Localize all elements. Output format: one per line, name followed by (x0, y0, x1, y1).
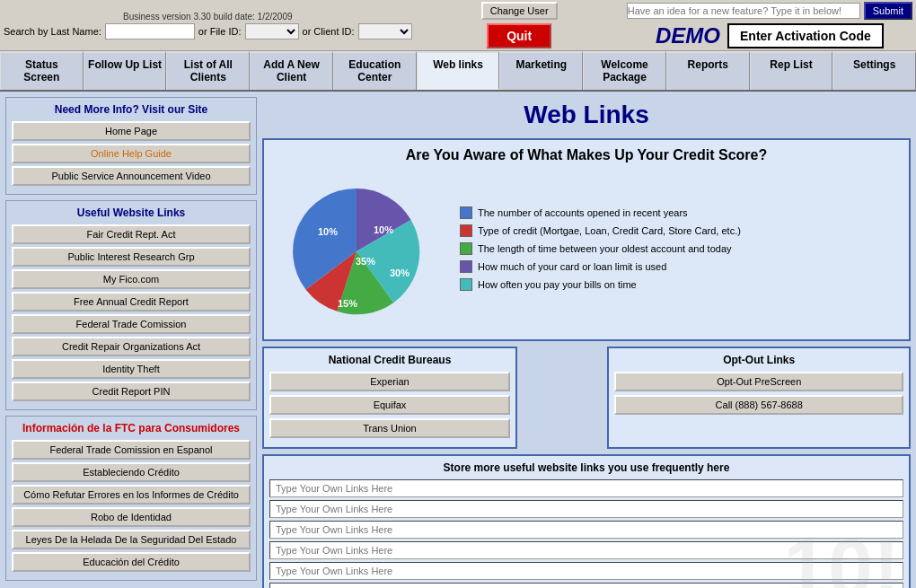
tab-settings[interactable]: Settings (832, 51, 916, 90)
legend-label-2: Type of credit (Mortgae, Loan, Credit Ca… (478, 225, 741, 236)
svg-text:10%: 10% (374, 224, 393, 235)
legend-label-1: The number of accounts opened in recent … (478, 207, 688, 218)
useful-links-title: Useful Website Links (12, 206, 251, 219)
tab-list-clients[interactable]: List of AllClients (166, 51, 250, 90)
file-id-select[interactable] (245, 23, 299, 39)
store-title: Store more useful website links you use … (269, 461, 903, 474)
tab-status-screen[interactable]: StatusScreen (0, 51, 84, 90)
client-id-select[interactable] (358, 23, 412, 39)
experian-button[interactable]: Experian (269, 372, 510, 391)
tab-education[interactable]: EducationCenter (333, 51, 417, 90)
fair-credit-button[interactable]: Fair Credit Rept. Act (12, 224, 251, 244)
public-interest-button[interactable]: Public Interest Research Grp (12, 247, 251, 267)
spanish-section: Información de la FTC para Consumidores … (5, 416, 257, 581)
optout-panel: Opt-Out Links Opt-Out PreScreen Call (88… (607, 347, 911, 449)
call-button[interactable]: Call (888) 567-8688 (614, 395, 903, 415)
legend-label-5: How often you pay your bills on time (478, 279, 637, 290)
tab-welcome[interactable]: WelcomePackage (583, 51, 666, 90)
tab-rep-list[interactable]: Rep List (750, 51, 833, 90)
help-guide-button[interactable]: Online Help Guide (12, 144, 251, 163)
header-left: Business version 3.30 build date: 1/2/20… (4, 12, 412, 39)
bureaus-panel: National Credit Bureaus Experian Equifax… (262, 347, 517, 449)
search-input[interactable] (105, 23, 195, 39)
legend-item-3: The length of time between your oldest a… (460, 242, 902, 255)
legend: The number of accounts opened in recent … (460, 206, 902, 296)
header-right: Submit DEMO Enter Activation Code (627, 2, 912, 48)
free-credit-button[interactable]: Free Annual Credit Report (12, 292, 251, 312)
leyes-button[interactable]: Leyes De la Helada De la Seguridad Del E… (12, 530, 251, 549)
store-link-5[interactable] (269, 562, 903, 580)
activation-button[interactable]: Enter Activation Code (727, 23, 884, 48)
store-link-6[interactable] (269, 583, 903, 588)
header: Business version 3.30 build date: 1/2/20… (0, 0, 916, 51)
educacion-button[interactable]: Educación del Crédito (12, 552, 251, 572)
identity-theft-button[interactable]: Identity Theft (12, 359, 251, 379)
svg-text:10%: 10% (318, 226, 338, 237)
psa-video-button[interactable]: Public Service Announcement Video (12, 166, 251, 186)
feature-input[interactable] (627, 3, 860, 19)
header-search: Search by Last Name: or File ID: or Clie… (4, 23, 412, 39)
legend-color-2 (460, 224, 472, 237)
store-link-3[interactable] (269, 521, 903, 539)
info-section: Need More Info? Visit our Site Home Page… (5, 97, 257, 195)
robo-button[interactable]: Robo de Identidad (12, 507, 251, 527)
equifax-button[interactable]: Equifax (269, 395, 510, 415)
credit-score-content: 10% 10% 15% 30% 35% The number of accoun… (271, 171, 902, 332)
tab-add-client[interactable]: Add A NewClient (250, 51, 333, 90)
main-content: Need More Info? Visit our Site Home Page… (0, 92, 916, 588)
nav-tabs: StatusScreen Follow Up List List of AllC… (0, 51, 916, 92)
store-panel: Store more useful website links you use … (262, 454, 911, 588)
svg-text:35%: 35% (356, 256, 375, 267)
tab-web-links[interactable]: Web links (417, 51, 500, 90)
svg-text:30%: 30% (390, 268, 410, 278)
page-title: Web Links (262, 97, 911, 133)
optout-prescreen-button[interactable]: Opt-Out PreScreen (614, 372, 903, 391)
refutar-button[interactable]: Cómo Refutar Errores en los Informes de … (12, 485, 251, 505)
ftc-spanish-button[interactable]: Federal Trade Comission en Espanol (12, 440, 251, 460)
tab-reports[interactable]: Reports (666, 51, 750, 90)
feature-idea-area: Submit (627, 2, 912, 20)
legend-color-1 (460, 206, 472, 219)
estableciendo-button[interactable]: Estableciendo Crédito (12, 462, 251, 482)
my-fico-button[interactable]: My Fico.com (12, 269, 251, 289)
legend-label-4: How much of your card or loan limit is u… (478, 261, 666, 272)
store-link-2[interactable] (269, 500, 903, 518)
search-label: Search by Last Name: (4, 26, 101, 37)
client-id-label: or Client ID: (303, 26, 355, 37)
bureaus-title: National Credit Bureaus (269, 354, 510, 366)
sidebar: Need More Info? Visit our Site Home Page… (5, 97, 257, 588)
quit-button[interactable]: Quit (487, 23, 551, 48)
spanish-section-title: Información de la FTC para Consumidores (12, 422, 251, 434)
demo-label: DEMO (656, 23, 720, 48)
useful-links-section: Useful Website Links Fair Credit Rept. A… (5, 200, 257, 410)
legend-item-4: How much of your card or loan limit is u… (460, 260, 902, 273)
ftc-button[interactable]: Federal Trade Comission (12, 314, 251, 334)
credit-score-title: Are You Aware of What Makes Up Your Cred… (271, 147, 902, 163)
info-section-title: Need More Info? Visit our Site (12, 103, 251, 116)
optout-title: Opt-Out Links (614, 354, 903, 366)
home-page-button[interactable]: Home Page (12, 121, 251, 141)
build-info: Business version 3.30 build date: 1/2/20… (123, 12, 292, 22)
header-center: Change User Quit (481, 2, 558, 48)
credit-pin-button[interactable]: Credit Report PIN (12, 382, 251, 401)
trans-union-button[interactable]: Trans Union (269, 418, 510, 438)
store-link-1[interactable] (269, 479, 903, 497)
store-link-4[interactable] (269, 541, 903, 559)
legend-item-1: The number of accounts opened in recent … (460, 206, 902, 219)
pie-chart: 10% 10% 15% 30% 35% (271, 171, 451, 332)
submit-button[interactable]: Submit (864, 2, 912, 20)
legend-label-3: The length of time between your oldest a… (478, 243, 732, 254)
legend-color-5 (460, 278, 472, 291)
bureaus-optout-area: National Credit Bureaus Experian Equifax… (262, 347, 911, 449)
demo-activation: DEMO Enter Activation Code (656, 23, 884, 48)
svg-text:15%: 15% (338, 298, 357, 309)
croa-button[interactable]: Credit Repair Organizations Act (12, 337, 251, 356)
legend-item-2: Type of credit (Mortgae, Loan, Credit Ca… (460, 224, 902, 237)
change-user-button[interactable]: Change User (481, 2, 558, 20)
tab-marketing[interactable]: Marketing (499, 51, 583, 90)
legend-color-3 (460, 242, 472, 255)
tab-follow-up[interactable]: Follow Up List (84, 51, 167, 90)
legend-item-5: How often you pay your bills on time (460, 278, 902, 291)
file-id-label: or File ID: (198, 26, 242, 37)
credit-score-panel: Are You Aware of What Makes Up Your Cred… (262, 138, 911, 341)
